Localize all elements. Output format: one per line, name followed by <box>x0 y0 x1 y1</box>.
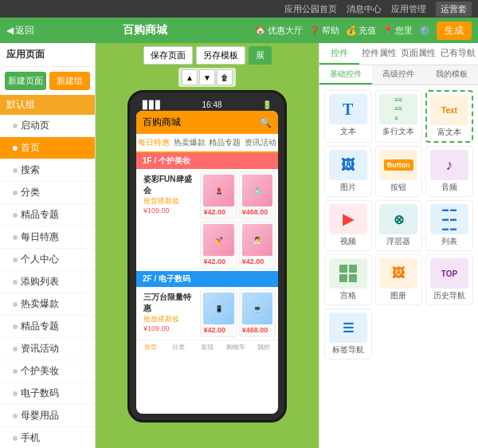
back-button[interactable]: ◀ 返回 <box>6 24 34 37</box>
product-price: ¥42.00 <box>203 208 233 216</box>
phone-nav-tabs: 每日特惠 热卖爆款 精品专题 资讯活动 <box>136 134 278 153</box>
sidebar-item-news[interactable]: 资讯活动 <box>0 338 95 360</box>
sidebar-item-baby[interactable]: 母婴用品 <box>0 405 95 427</box>
new-group-button[interactable]: 新建组 <box>49 72 91 90</box>
right-panel-tabs: 控件 控件属性 页面属性 已有导航 <box>319 43 478 65</box>
nav-help[interactable]: ❓ 帮助 <box>309 25 339 37</box>
widget-history-nav[interactable]: TOP 历史导航 <box>425 254 473 305</box>
tab-widget-props[interactable]: 控件属性 <box>359 43 399 65</box>
sidebar-item-daily[interactable]: 每日特惠 <box>0 226 95 249</box>
phone-nav-home[interactable]: 首页 <box>136 343 165 352</box>
sidebar-item-search[interactable]: 搜索 <box>0 159 95 182</box>
phone-nav-cart[interactable]: 购物车 <box>221 343 250 352</box>
product-price: ¥468.00 <box>242 208 272 216</box>
widget-video-label: 视频 <box>340 236 356 247</box>
sidebar-buttons: 新建页面 新建组 <box>0 67 95 95</box>
product-item[interactable]: 💻 ¥468.00 <box>239 289 276 337</box>
phone-nav-mine[interactable]: 我的 <box>249 343 278 352</box>
subtab-basic[interactable]: 基础控件 <box>319 65 372 84</box>
product-item[interactable]: 💄 ¥42.00 <box>200 171 237 219</box>
promo-1f-title: 姿彩FUN肆盛会 <box>143 174 195 196</box>
promo-1f-sub: 抢货搭新妆 <box>143 196 195 206</box>
phone-tab-hot[interactable]: 热卖爆款 <box>172 134 208 151</box>
move-up-button[interactable]: ▲ <box>182 69 198 85</box>
product-item[interactable]: 📱 ¥42.00 <box>200 289 237 337</box>
save-template-button[interactable]: 另存模板 <box>196 46 245 65</box>
widget-audio-icon: ♪ <box>430 150 468 180</box>
widget-tag-nav[interactable]: ☰ 标签导航 <box>324 308 372 360</box>
sidebar-item-hot[interactable]: 热卖爆款 <box>0 293 95 316</box>
section-2f-content: 三万台限量特惠 抢放搭新妆 ¥109.00 📱 ¥42.00 💻 ¥468.00 <box>136 287 278 340</box>
subtab-advanced[interactable]: 高级控件 <box>372 65 425 84</box>
sidebar-item-cart[interactable]: 添购列表 <box>0 271 95 293</box>
save-page-button[interactable]: 保存页面 <box>143 46 193 65</box>
top-bar-manage[interactable]: 应用管理 <box>391 3 426 15</box>
phone-tab-premium[interactable]: 精品专题 <box>207 134 243 151</box>
nav-location[interactable]: 📍 您里 <box>382 25 413 37</box>
widget-grid[interactable]: 宫格 <box>324 254 372 305</box>
phone-nav-category[interactable]: 分类 <box>165 343 194 352</box>
T-icon: T <box>343 100 353 119</box>
widget-button-icon: Button <box>379 150 417 180</box>
sidebar-item-start[interactable]: 启动页 <box>0 115 95 137</box>
sidebar: 应用页面 新建页面 新建组 默认组 启动页 首页 搜索 分类 精品专题 每日特惠… <box>0 43 96 448</box>
sidebar-item-premium[interactable]: 精品专题 <box>0 316 95 338</box>
canvas-area: 保存页面 另存模板 展 ▲ ▼ 🗑 ▊▊▊ 16:48 🔋 百购商城 <box>96 43 319 448</box>
tab-widgets[interactable]: 控件 <box>319 43 359 65</box>
widget-text[interactable]: T 文本 <box>324 90 372 143</box>
product-price: ¥42.00 <box>242 257 272 265</box>
sidebar-item-digital[interactable]: 电子数码 <box>0 383 95 405</box>
nav-recharge[interactable]: 💰 充值 <box>346 25 376 37</box>
widget-multiline[interactable]: ≡≡≡≡≡ 多行文本 <box>375 90 423 143</box>
phone-tab-daily[interactable]: 每日特惠 <box>136 134 172 153</box>
generate-button[interactable]: 生成 <box>437 22 472 40</box>
sidebar-group-default[interactable]: 默认组 <box>0 95 95 115</box>
widget-richtext-label: 富文本 <box>437 127 461 138</box>
phone-search-icon[interactable]: 🔍 <box>260 117 272 128</box>
tab-nav[interactable]: 已有导航 <box>438 43 478 65</box>
widget-float[interactable]: ⊗ 浮层器 <box>375 200 423 251</box>
top-bar-operations[interactable]: 运营套 <box>436 2 472 17</box>
phone-nav-discover[interactable]: 发现 <box>193 343 221 352</box>
sidebar-item-featured[interactable]: 精品专题 <box>0 204 95 226</box>
settings-icon[interactable]: ⚙️ <box>419 26 430 36</box>
nav-hall[interactable]: 🏠 优惠大厅 <box>255 25 303 37</box>
product-item[interactable]: 🧖 ¥42.00 <box>239 221 276 269</box>
delete-button[interactable]: 🗑 <box>217 69 233 85</box>
phone-tab-news[interactable]: 资讯活动 <box>243 134 279 151</box>
nav-bar: ◀ 返回 百购商城 🏠 优惠大厅 ❓ 帮助 💰 充值 📍 您里 ⚙️ 生成 <box>0 18 478 43</box>
widget-richtext[interactable]: Text 富文本 <box>425 90 473 143</box>
widget-float-icon: ⊗ <box>379 204 417 234</box>
widget-audio-label: 音频 <box>441 182 457 193</box>
phone-status-bar: ▊▊▊ 16:48 🔋 <box>136 99 278 111</box>
product-item[interactable]: 🧴 ¥468.00 <box>239 171 276 219</box>
top-bar-messages[interactable]: 消息中心 <box>347 3 382 15</box>
promo-1f: 姿彩FUN肆盛会 抢货搭新妆 ¥109.00 <box>139 171 200 269</box>
preview-button[interactable]: 展 <box>249 46 272 65</box>
product-image: 💅 <box>203 224 233 256</box>
button-icon: Button <box>384 159 413 171</box>
widget-button[interactable]: Button 按钮 <box>375 146 423 197</box>
sidebar-item-home[interactable]: 首页 <box>0 137 95 159</box>
subtab-mytemplate[interactable]: 我的模板 <box>425 65 478 84</box>
sidebar-item-beauty[interactable]: 个护美妆 <box>0 360 95 383</box>
sidebar-item-phone[interactable]: 手机 <box>0 427 95 448</box>
top-bar-home[interactable]: 应用公园首页 <box>284 3 337 15</box>
tag-nav-icon: ☰ <box>343 320 354 336</box>
widget-history-nav-label: 历史导航 <box>433 290 465 301</box>
widget-video[interactable]: ▶ 视频 <box>324 200 372 251</box>
product-item[interactable]: 💅 ¥42.00 <box>200 221 237 269</box>
widget-tag-nav-icon: ☰ <box>329 312 367 343</box>
widget-list[interactable]: ▬ ▬▬ ▬▬ ▬ 列表 <box>425 200 473 251</box>
product-image: 🧖 <box>242 224 272 256</box>
widget-tag-nav-label: 标签导航 <box>332 344 364 356</box>
widget-image[interactable]: 🖼 图片 <box>324 146 372 197</box>
widget-list-label: 列表 <box>441 236 457 247</box>
new-page-button[interactable]: 新建页面 <box>5 72 46 90</box>
widget-audio[interactable]: ♪ 音频 <box>425 146 473 197</box>
tab-page-props[interactable]: 页面属性 <box>399 43 439 65</box>
sidebar-item-category[interactable]: 分类 <box>0 182 95 204</box>
sidebar-item-personal[interactable]: 个人中心 <box>0 249 95 271</box>
move-down-button[interactable]: ▼ <box>199 69 215 85</box>
widget-album[interactable]: 🖼 图册 <box>375 254 423 305</box>
